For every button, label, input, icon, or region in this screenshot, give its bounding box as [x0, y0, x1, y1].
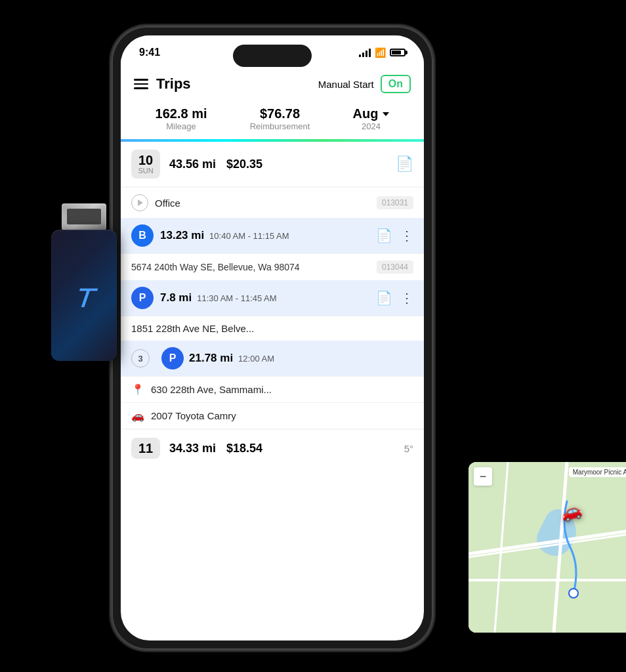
address-text-1: 5674 240th Way SE, Bellevue, Wa 98074 [131, 262, 300, 272]
day-number-11: 11 [138, 442, 154, 455]
svg-point-6 [569, 589, 578, 598]
status-time: 9:41 [139, 47, 160, 58]
usb-body: ᴛ [51, 230, 117, 361]
day-amount: $20.35 [226, 158, 262, 171]
trip-id-1: 013031 [377, 196, 413, 209]
reimbursement-stat: $76.78 Reimbursement [250, 106, 310, 131]
trip-miles-time-p1: 7.8 mi 11:30 AM - 11:45 AM [160, 291, 369, 304]
trip-row-b[interactable]: B 13.23 mi 10:40 AM - 11:15 AM 📄 ⋮ [121, 218, 424, 253]
phone-screen: 9:41 📶 [121, 35, 424, 640]
map-roads-svg [469, 462, 626, 633]
trip-row-p2[interactable]: 3 P 21.78 mi 12:00 AM [121, 341, 424, 376]
trip-id-2: 013044 [377, 261, 413, 274]
report-icon[interactable]: 📄 [396, 156, 413, 173]
trip-details-p2: 21.78 mi 12:00 AM [189, 352, 413, 365]
doc-icon-p1[interactable]: 📄 [376, 290, 392, 306]
mileage-stat: 162.8 mi Mileage [156, 106, 207, 131]
day-badge-11: 11 [131, 438, 160, 459]
trip-details-p1: 7.8 mi 11:30 AM - 11:45 AM [160, 291, 369, 304]
trip-miles-b: 13.23 mi [160, 229, 204, 242]
day-header-11: 11 34.33 mi $18.54 5° [121, 430, 424, 467]
reimbursement-value: $76.78 [250, 106, 310, 121]
address-row-1: 5674 240th Way SE, Bellevue, Wa 98074 01… [121, 253, 424, 280]
trip-row-p1[interactable]: P 7.8 mi 11:30 AM - 11:45 AM 📄 ⋮ [121, 280, 424, 316]
location-name-1: Office [155, 198, 377, 209]
stats-row: 162.8 mi Mileage $76.78 Reimbursement Au… [121, 101, 424, 139]
day-stats-10: 43.56 mi $20.35 [169, 158, 386, 171]
car-text: 2007 Toyota Camry [151, 410, 413, 421]
pin-address-text: 630 228th Ave, Sammami... [151, 384, 413, 395]
phone-frame: 9:41 📶 [112, 26, 433, 650]
trip-miles-p2: 21.78 mi [189, 352, 233, 365]
wifi-icon: 📶 [375, 47, 386, 58]
day-badge-10: 10 SUN [131, 150, 160, 178]
trip-section-1: Office 013031 B 13.23 mi 10:40 AM - 11:1… [121, 188, 424, 429]
manual-start-toggle[interactable]: On [381, 75, 411, 93]
year-value: 2024 [353, 121, 390, 131]
trip-badge-p2: P [161, 347, 184, 369]
trip-time-p2: 12:00 AM [238, 354, 274, 364]
day-header-10: 10 SUN 43.56 mi $20.35 📄 [121, 142, 424, 186]
day-amount-11: $18.54 [226, 442, 262, 455]
pin-address-row: 📍 630 228th Ave, Sammami... [121, 376, 424, 402]
chevron-down-icon [383, 112, 389, 116]
trip-miles-p1: 7.8 mi [160, 291, 192, 304]
trips-list: 10 SUN 43.56 mi $20.35 📄 [121, 142, 424, 467]
signal-icon [359, 48, 371, 57]
mileage-label: Mileage [156, 121, 207, 131]
status-icons: 📶 [359, 47, 406, 58]
month-stat[interactable]: Aug 2024 [353, 106, 390, 131]
day-stats-11: 34.33 mi $18.54 [169, 442, 395, 455]
header-right: Manual Start On [318, 75, 411, 93]
day-miles-11: 34.33 mi [169, 442, 216, 455]
header-left: Trips [134, 75, 191, 93]
day-name: SUN [138, 167, 154, 175]
manual-start-label: Manual Start [318, 79, 374, 90]
address-text-2: 1851 228th Ave NE, Belve... [131, 323, 413, 334]
trip-miles-time-p2: 21.78 mi 12:00 AM [189, 352, 413, 365]
car-row: 🚗 2007 Toyota Camry [121, 402, 424, 429]
dynamic-island [233, 45, 312, 67]
usb-logo: ᴛ [73, 278, 96, 312]
map-background: 🚗 − Marymoor Picnic Area B [469, 462, 626, 633]
address-row-2: 1851 228th Ave NE, Belve... [121, 316, 424, 341]
doc-icon-b[interactable]: 📄 [376, 228, 392, 243]
app-header: Trips Manual Start On [121, 70, 424, 101]
day-miles: 43.56 mi [169, 158, 216, 171]
usb-dongle: ᴛ [31, 203, 136, 427]
hamburger-icon[interactable] [134, 79, 148, 89]
trip-time-p1: 11:30 AM - 11:45 AM [197, 293, 276, 303]
map-zoom-out-button[interactable]: − [474, 467, 492, 486]
trip-actions-p1: 📄 ⋮ [376, 290, 413, 306]
day-count-11: 5° [404, 443, 413, 454]
day-number: 10 [138, 154, 154, 167]
battery-icon [390, 49, 406, 56]
reimbursement-label: Reimbursement [250, 121, 310, 131]
trip-details-b: 13.23 mi 10:40 AM - 11:15 AM [160, 229, 369, 242]
map-overlay: 🚗 − Marymoor Picnic Area B [469, 462, 626, 633]
trip-time-b: 10:40 AM - 11:15 AM [209, 231, 289, 241]
more-icon-p1[interactable]: ⋮ [400, 290, 413, 306]
month-value: Aug [353, 106, 390, 121]
location-row-1: Office 013031 [121, 188, 424, 218]
map-location-label: Marymoor Picnic Area B [569, 467, 626, 477]
mileage-value: 162.8 mi [156, 106, 207, 121]
trip-miles-time-b: 13.23 mi 10:40 AM - 11:15 AM [160, 229, 369, 242]
page-title: Trips [156, 75, 191, 93]
phone-container: 9:41 📶 [112, 26, 433, 650]
usb-connector [62, 203, 106, 230]
trip-actions-b: 📄 ⋮ [376, 228, 413, 243]
more-icon-b[interactable]: ⋮ [400, 228, 413, 243]
scene: ᴛ 9:41 📶 [0, 0, 626, 672]
